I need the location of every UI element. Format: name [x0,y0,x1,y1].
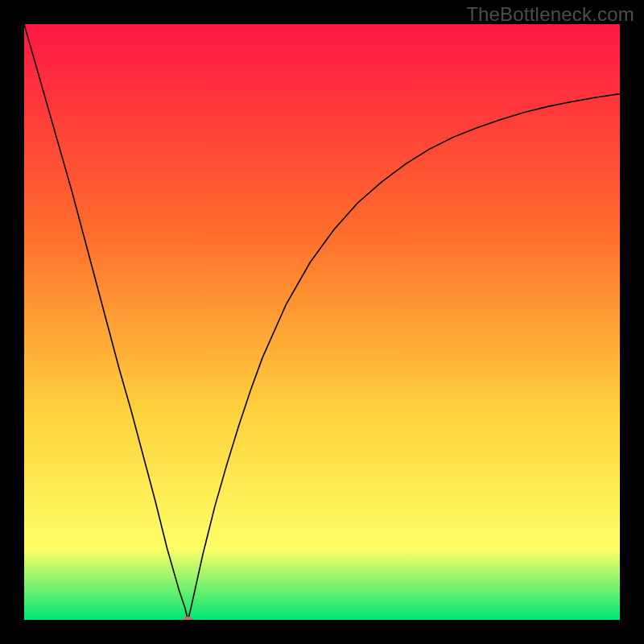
plot-area [24,24,620,620]
watermark-text: TheBottleneck.com [466,3,634,26]
chart-svg [24,24,620,620]
chart-frame: TheBottleneck.com [0,0,644,644]
gradient-background [24,24,620,620]
